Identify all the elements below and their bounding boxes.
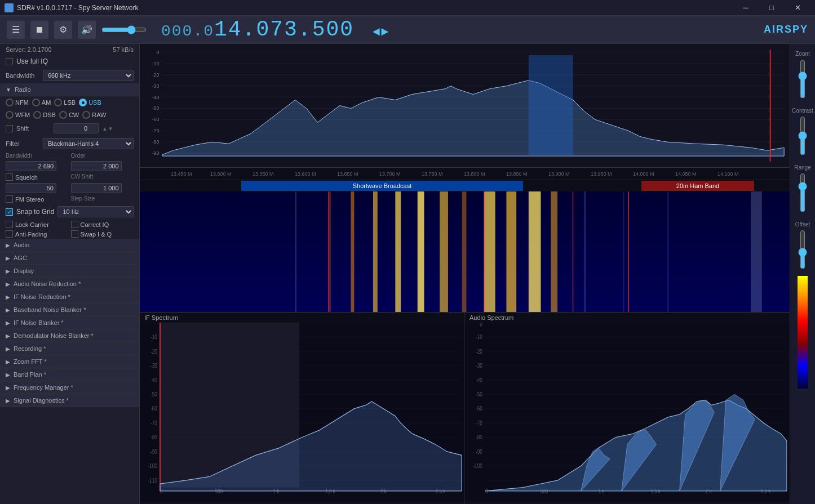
svg-text:-50: -50 bbox=[152, 105, 160, 111]
sidebar-section-demodulatornoiseblanker[interactable]: ▶Demodulator Noise Blanker * bbox=[0, 329, 139, 342]
settings-button[interactable]: ⚙ bbox=[54, 21, 72, 39]
nfm-radio[interactable] bbox=[6, 99, 14, 106]
svg-text:-80: -80 bbox=[152, 139, 160, 145]
shift-checkbox[interactable] bbox=[6, 125, 13, 132]
stop-button[interactable]: ⏹ bbox=[30, 21, 48, 39]
mode-raw[interactable]: RAW bbox=[82, 111, 106, 119]
svg-text:13,750 M: 13,750 M bbox=[422, 171, 443, 177]
svg-rect-49 bbox=[529, 191, 541, 313]
order-input[interactable] bbox=[71, 161, 122, 171]
lsb-radio[interactable] bbox=[54, 99, 62, 106]
sidebar-section-bandplan[interactable]: ▶Band Plan * bbox=[0, 368, 139, 381]
audio-spectrum-canvas: 0 -10 -20 -30 -40 -50 -60 -70 -80 -90 -1 bbox=[465, 323, 790, 502]
svg-text:-30: -30 bbox=[150, 363, 157, 369]
sidebar-section-ifnoiseblanker[interactable]: ▶IF Noise Blanker * bbox=[0, 316, 139, 329]
svg-text:14,100 M: 14,100 M bbox=[717, 171, 739, 177]
snap-checkbox[interactable]: ✓ bbox=[6, 208, 13, 216]
svg-text:-10: -10 bbox=[150, 334, 157, 340]
close-button[interactable]: ✕ bbox=[785, 0, 810, 16]
cw-shift-input[interactable] bbox=[71, 183, 122, 193]
shift-row: Shift ▲▼ bbox=[0, 121, 139, 136]
offset-slider[interactable] bbox=[797, 230, 808, 269]
mode-lsb[interactable]: LSB bbox=[54, 99, 76, 106]
menu-button[interactable]: ☰ bbox=[7, 21, 25, 39]
radio-arrow: ▼ bbox=[6, 87, 11, 93]
filter-select[interactable]: Blackman-Harris 4 bbox=[43, 138, 134, 149]
dsb-radio[interactable] bbox=[33, 111, 41, 119]
maximize-button[interactable]: □ bbox=[759, 0, 785, 16]
snap-select[interactable]: 10 Hz bbox=[57, 206, 134, 217]
if-spectrum-svg: -10 -20 -30 -40 -50 -60 -70 -80 -90 -100 bbox=[140, 323, 464, 502]
lock-carrier-checkbox[interactable] bbox=[6, 221, 13, 228]
correct-iq-label: Correct IQ bbox=[81, 221, 109, 228]
correct-iq-checkbox[interactable] bbox=[71, 221, 78, 228]
mode-am[interactable]: AM bbox=[32, 99, 51, 106]
radio-section-header[interactable]: ▼ Radio bbox=[0, 83, 139, 96]
shift-input[interactable] bbox=[54, 123, 99, 133]
contrast-slider[interactable] bbox=[797, 116, 808, 155]
svg-text:-20: -20 bbox=[476, 349, 482, 355]
wfm-radio[interactable] bbox=[6, 111, 14, 119]
raw-radio[interactable] bbox=[82, 111, 90, 119]
sidebar-section-display[interactable]: ▶Display bbox=[0, 265, 139, 278]
mode-usb[interactable]: USB bbox=[79, 99, 101, 106]
dsb-label: DSB bbox=[43, 111, 56, 118]
sidebar-section-basebandnoiseblanker[interactable]: ▶Baseband Noise Blanker * bbox=[0, 304, 139, 316]
mode-nfm[interactable]: NFM bbox=[6, 99, 29, 106]
swap-iq-checkbox[interactable] bbox=[71, 230, 78, 238]
fm-stereo-checkbox[interactable] bbox=[6, 195, 13, 203]
zoom-slider[interactable] bbox=[797, 59, 808, 99]
svg-text:13,550 M: 13,550 M bbox=[253, 171, 274, 177]
squelch-cwshift-labels: Squelch CW Shift bbox=[0, 172, 139, 182]
svg-text:-90: -90 bbox=[152, 150, 160, 156]
usb-radio[interactable] bbox=[79, 99, 87, 106]
use-full-iq-row: Use full IQ bbox=[0, 55, 139, 68]
bandwidth-inner-input[interactable] bbox=[6, 161, 56, 171]
anti-fading-check: Anti-Fading bbox=[6, 230, 69, 238]
lock-carrier-check: Lock Carrier bbox=[6, 221, 69, 228]
sidebar-section-audio[interactable]: ▶Audio bbox=[0, 239, 139, 252]
squelch-label: Squelch bbox=[15, 174, 38, 181]
zoom-panel: Zoom Contrast Range Offset bbox=[790, 44, 815, 504]
if-spectrum-title: IF Spectrum bbox=[140, 313, 464, 323]
squelch-checkbox[interactable] bbox=[6, 173, 13, 181]
svg-text:-110: -110 bbox=[148, 478, 157, 484]
svg-text:-100: -100 bbox=[473, 463, 482, 469]
svg-text:13,950 M: 13,950 M bbox=[591, 171, 612, 177]
mode-row-1: NFM AM LSB USB bbox=[0, 96, 139, 109]
mode-cw[interactable]: CW bbox=[59, 111, 79, 119]
sidebar-section-ifnoisereduction[interactable]: ▶IF Noise Reduction * bbox=[0, 291, 139, 304]
bw-inner-label: Bandwidth bbox=[6, 153, 69, 159]
frequency-display: 000.014.073.500 ◄► bbox=[161, 17, 749, 42]
sidebar-section-signaldiagnostics[interactable]: ▶Signal Diagnostics * bbox=[0, 394, 139, 407]
sw-band-label: Shortwave Broadcast bbox=[241, 181, 523, 191]
sidebar-section-agc[interactable]: ▶AGC bbox=[0, 252, 139, 265]
bandwidth-select[interactable]: 660 kHz bbox=[43, 70, 134, 81]
volume-slider[interactable] bbox=[101, 25, 147, 34]
use-full-iq-checkbox[interactable] bbox=[6, 58, 13, 65]
squelch-cwshift-values bbox=[0, 182, 139, 194]
sidebar-section-zoomfft[interactable]: ▶Zoom FFT * bbox=[0, 355, 139, 368]
anti-fading-checkbox[interactable] bbox=[6, 230, 13, 238]
cw-shift-label: CW Shift bbox=[71, 173, 134, 181]
svg-text:-70: -70 bbox=[476, 420, 482, 426]
airspy-logo: AIRSPY bbox=[764, 24, 808, 35]
squelch-input[interactable] bbox=[6, 183, 56, 193]
sidebar-section-audionoisereduction[interactable]: ▶Audio Noise Reduction * bbox=[0, 278, 139, 291]
cw-radio[interactable] bbox=[59, 111, 67, 119]
sidebar-section-frequencymanager[interactable]: ▶Frequency Manager * bbox=[0, 381, 139, 394]
mode-wfm[interactable]: WFM bbox=[6, 111, 30, 119]
shift-arrows: ▲▼ bbox=[102, 126, 113, 132]
mode-dsb[interactable]: DSB bbox=[33, 111, 56, 119]
snap-label: Snap to Grid bbox=[16, 208, 54, 216]
sidebar-section-recording[interactable]: ▶Recording * bbox=[0, 342, 139, 355]
freq-arrows[interactable]: ◄► bbox=[373, 25, 389, 39]
offset-label: Offset bbox=[795, 221, 810, 228]
am-radio[interactable] bbox=[32, 99, 40, 106]
audio-button[interactable]: 🔊 bbox=[78, 21, 96, 39]
bw-order-labels: Bandwidth Order bbox=[0, 151, 139, 160]
range-slider[interactable] bbox=[797, 173, 808, 212]
svg-text:-80: -80 bbox=[150, 435, 157, 441]
lock-carrier-label: Lock Carrier bbox=[15, 221, 49, 228]
minimize-button[interactable]: ─ bbox=[733, 0, 759, 16]
